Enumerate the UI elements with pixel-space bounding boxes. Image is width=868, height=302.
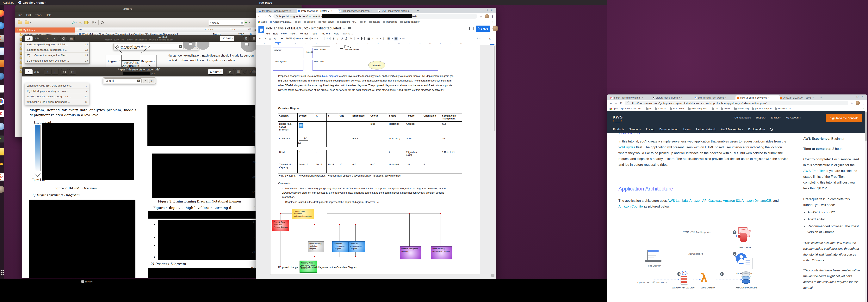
- apps-shortcut[interactable]: Apps: [258, 21, 267, 23]
- url-row[interactable]: ← → ⟳ https://docs.google.com/document/d…: [256, 13, 496, 19]
- explore-button[interactable]: [491, 274, 494, 277]
- ruler[interactable]: 21123456789101112131415161718: [256, 42, 496, 45]
- pdf2-presentation-button[interactable]: 🗎: [227, 69, 234, 74]
- text-color-icon[interactable]: A: [345, 37, 347, 40]
- wild-rydes-link[interactable]: Wild Rydes: [618, 145, 635, 149]
- tab-uml-diagram-images[interactable]: UML deployment diagram×: [377, 9, 418, 13]
- zotero-search-value[interactable]: moody: [212, 22, 241, 24]
- search-result-row[interactable]: 1 Conceptual Integration One impor… 13: [25, 58, 89, 64]
- align-icon[interactable]: ≡: [376, 37, 378, 40]
- diagram-box-transport[interactable]: Effects of Transport Data Diagram: [348, 241, 365, 252]
- uml-node-client[interactable]: Client System: [273, 60, 303, 71]
- numbered-list-icon[interactable]: ☰: [387, 37, 390, 40]
- bookmark-star-icon[interactable]: ☆: [480, 14, 483, 18]
- insert-comment-icon[interactable]: [361, 37, 365, 40]
- pdf2-minimize-button[interactable]: –: [243, 70, 247, 74]
- nav-explore-more[interactable]: Explore More: [748, 128, 765, 131]
- new-item-icon[interactable]: ⊕: [72, 20, 75, 25]
- docs-menubar[interactable]: File Edit View Insert Format Tools Add-o…: [265, 32, 355, 35]
- new-tab-button[interactable]: +: [417, 9, 419, 12]
- bookmark-folder[interactable]: interesting: [734, 107, 749, 110]
- pdf2-toolbar[interactable]: 4 of 11 ‹ › ▤ Paper Title (use style: pa…: [22, 67, 256, 76]
- dock[interactable]: Z >_ ➦ ⬭: [0, 5, 4, 279]
- ubuntu-software-icon[interactable]: [0, 60, 4, 67]
- profile-avatar[interactable]: [485, 14, 489, 19]
- print-icon[interactable]: ▤: [269, 37, 271, 40]
- docs-toolbar[interactable]: ↶ ↷ ▤ A✓ ▰ 100%▾ Normal text▾ Arial▾ 11▾…: [256, 35, 496, 42]
- header-support[interactable]: Support▾: [755, 116, 766, 119]
- cognito-link[interactable]: Amazon Cognito: [618, 205, 643, 208]
- menu-addons[interactable]: Add-ons: [320, 32, 331, 35]
- apps-shortcut[interactable]: Apps: [610, 107, 618, 110]
- header-english[interactable]: English▾: [771, 116, 781, 119]
- aws-logo[interactable]: aws: [613, 114, 623, 120]
- move-to-folder-icon[interactable]: [348, 27, 351, 29]
- new-note-icon[interactable]: [85, 21, 88, 24]
- menu-tools[interactable]: Tools: [35, 13, 42, 16]
- reload-icon[interactable]: ⟳: [269, 14, 271, 18]
- bookmark-folder[interactable]: afl: [712, 107, 717, 110]
- gimp-icon[interactable]: [0, 186, 4, 193]
- globe-icon[interactable]: [0, 123, 4, 130]
- signin-console-button[interactable]: Sign In to the Console: [826, 114, 862, 122]
- help-icon[interactable]: [0, 73, 4, 79]
- items-header[interactable]: Title Creator Year ∨⎘⊞: [75, 28, 259, 32]
- profile-avatar[interactable]: [856, 101, 860, 105]
- document-title[interactable]: PoN analysis of BiDaML v2 - simplified t…: [266, 26, 341, 30]
- attachment-icon[interactable]: ⎘: [92, 21, 95, 24]
- uml-node-lambda[interactable]: AWS Lambda: [312, 48, 340, 58]
- window-maximize-button[interactable]: ▢: [857, 95, 859, 98]
- font-size-select[interactable]: 11▾: [326, 37, 330, 40]
- clock[interactable]: Tue 16:30: [259, 1, 272, 4]
- search-result-row[interactable]: as UML does for software design. It is… …: [25, 94, 89, 99]
- tab-ec2-spot[interactable]: Amazon EC2 Spot - Save×: [778, 95, 822, 100]
- menu-file[interactable]: File: [18, 13, 22, 16]
- header-contact-sales[interactable]: Contact Sales: [735, 116, 751, 119]
- docs-canvas[interactable]: Browser https:80 AWS Lambda Database Ser…: [256, 45, 496, 279]
- pdf2-close-button[interactable]: ✕: [252, 70, 256, 74]
- diagram-box-technique[interactable]: Model Training Technique Diagram: [308, 241, 324, 252]
- uml-node-browser[interactable]: Browser: [273, 48, 303, 58]
- bookmarks-bar[interactable]: Apps Access via Dea... os skillsets mac_…: [607, 106, 867, 111]
- writer-icon[interactable]: [0, 47, 4, 55]
- locate-icon[interactable]: ➡: [245, 21, 247, 24]
- bold-icon[interactable]: B: [333, 37, 335, 40]
- tab-my-drive[interactable]: My Drive - Google Drive×: [257, 9, 299, 13]
- bookmark-folder[interactable]: deakin: [721, 107, 731, 110]
- tab-aws-search[interactable]: aws lambda host websit×: [693, 95, 737, 100]
- bookmark-folder[interactable]: deakin: [369, 21, 380, 23]
- nav-products[interactable]: Products: [613, 128, 624, 131]
- search-result-row[interactable]: supports conceptual integration. It … 13: [25, 47, 89, 53]
- gnome-top-bar[interactable]: Activities Google Chrome ▾ Tue 16:30: [0, 0, 607, 5]
- bookmark-folder[interactable]: public transport: [400, 21, 420, 23]
- tab-close-icon[interactable]: ×: [725, 96, 727, 99]
- share-button[interactable]: Share: [476, 26, 490, 32]
- pdf2-menu-button[interactable]: ☰: [235, 69, 242, 74]
- nav-solutions[interactable]: Solutions: [629, 128, 641, 131]
- desktop-folder-bpmn[interactable]: BPMN: [81, 279, 93, 283]
- window-close-button[interactable]: ×: [491, 8, 493, 11]
- bookmark-access[interactable]: Access via Dea...: [621, 107, 643, 110]
- insert-link-icon[interactable]: ∞: [357, 37, 359, 40]
- nav-documentation[interactable]: Documentation: [659, 128, 678, 131]
- font-select[interactable]: Arial▾: [311, 37, 324, 40]
- line-spacing-icon[interactable]: ⇕: [382, 37, 384, 40]
- more-toolbar-icon[interactable]: ⋯: [402, 37, 405, 40]
- uml-node-database[interactable]: Database Server: [343, 47, 373, 58]
- collapse-toolbar-icon[interactable]: ∧: [489, 37, 491, 40]
- editing-mode-button[interactable]: ✎▾: [476, 37, 480, 40]
- tab-strip[interactable]: My Drive - Google Drive× PoN analysis of…: [256, 8, 496, 13]
- dynamodb-link[interactable]: Amazon: [742, 199, 753, 202]
- new-collection-icon[interactable]: [18, 21, 22, 24]
- address-bar[interactable]: https://aws.amazon.com/getting-started/p…: [625, 101, 848, 105]
- search-result-row[interactable]: Language (UML) [15]. UML deploymen… 7: [25, 83, 89, 89]
- doc-link[interactable]: block diagram: [322, 74, 338, 77]
- new-tab-button[interactable]: +: [820, 96, 822, 99]
- zotero-icon[interactable]: Z: [0, 110, 4, 117]
- menu-insert[interactable]: Insert: [289, 32, 298, 35]
- styles-select[interactable]: Normal text▾: [296, 37, 309, 40]
- nav-partner-network[interactable]: Partner Network: [695, 128, 716, 131]
- page-scrollbar[interactable]: [865, 111, 867, 302]
- aws-nav-bar[interactable]: Products Solutions Pricing Documentation…: [607, 125, 867, 133]
- tab-close-icon[interactable]: ×: [289, 9, 291, 12]
